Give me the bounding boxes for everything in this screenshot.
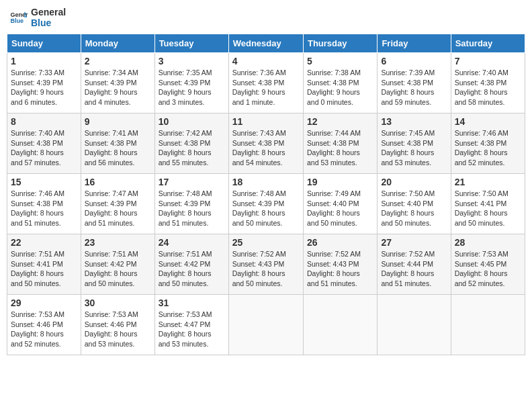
day-cell-7: 7Sunrise: 7:40 AM Sunset: 4:38 PM Daylig…: [451, 53, 525, 113]
day-cell-12: 12Sunrise: 7:44 AM Sunset: 4:38 PM Dayli…: [303, 113, 377, 174]
day-info: Sunrise: 7:53 AM Sunset: 4:47 PM Dayligh…: [159, 310, 225, 349]
day-number: 22: [11, 237, 77, 248]
week-row-2: 8Sunrise: 7:40 AM Sunset: 4:38 PM Daylig…: [7, 113, 525, 174]
day-number: 5: [307, 56, 373, 66]
weekday-header-friday: Friday: [378, 34, 451, 53]
day-info: Sunrise: 7:34 AM Sunset: 4:39 PM Dayligh…: [85, 68, 151, 107]
day-info: Sunrise: 7:53 AM Sunset: 4:46 PM Dayligh…: [85, 310, 151, 349]
day-cell-17: 17Sunrise: 7:48 AM Sunset: 4:39 PM Dayli…: [154, 174, 228, 234]
day-cell-25: 25Sunrise: 7:52 AM Sunset: 4:43 PM Dayli…: [228, 234, 303, 295]
day-info: Sunrise: 7:49 AM Sunset: 4:40 PM Dayligh…: [307, 189, 373, 228]
day-number: 16: [85, 177, 151, 187]
day-info: Sunrise: 7:50 AM Sunset: 4:40 PM Dayligh…: [381, 189, 447, 228]
day-number: 25: [232, 237, 300, 248]
day-info: Sunrise: 7:52 AM Sunset: 4:43 PM Dayligh…: [307, 249, 373, 289]
day-number: 21: [455, 177, 521, 187]
day-number: 14: [455, 116, 521, 127]
day-cell-21: 21Sunrise: 7:50 AM Sunset: 4:41 PM Dayli…: [451, 174, 525, 234]
day-cell-5: 5Sunrise: 7:38 AM Sunset: 4:38 PM Daylig…: [303, 53, 377, 113]
day-number: 29: [11, 298, 77, 308]
day-number: 10: [159, 116, 225, 127]
day-info: Sunrise: 7:50 AM Sunset: 4:41 PM Dayligh…: [455, 189, 521, 228]
empty-cell: [378, 295, 451, 355]
day-cell-22: 22Sunrise: 7:51 AM Sunset: 4:41 PM Dayli…: [7, 234, 81, 295]
day-number: 15: [11, 177, 77, 187]
day-info: Sunrise: 7:52 AM Sunset: 4:43 PM Dayligh…: [232, 249, 300, 289]
week-row-3: 15Sunrise: 7:46 AM Sunset: 4:38 PM Dayli…: [7, 174, 525, 234]
day-number: 11: [232, 116, 300, 127]
day-cell-20: 20Sunrise: 7:50 AM Sunset: 4:40 PM Dayli…: [378, 174, 451, 234]
day-cell-28: 28Sunrise: 7:53 AM Sunset: 4:45 PM Dayli…: [451, 234, 525, 295]
day-info: Sunrise: 7:43 AM Sunset: 4:38 PM Dayligh…: [232, 128, 300, 168]
day-number: 30: [85, 298, 151, 308]
day-info: Sunrise: 7:51 AM Sunset: 4:42 PM Dayligh…: [85, 249, 151, 289]
day-info: Sunrise: 7:40 AM Sunset: 4:38 PM Dayligh…: [455, 68, 521, 107]
day-number: 3: [159, 56, 225, 66]
day-info: Sunrise: 7:51 AM Sunset: 4:42 PM Dayligh…: [159, 249, 225, 289]
day-cell-2: 2Sunrise: 7:34 AM Sunset: 4:39 PM Daylig…: [81, 53, 154, 113]
day-cell-8: 8Sunrise: 7:40 AM Sunset: 4:38 PM Daylig…: [7, 113, 81, 174]
day-info: Sunrise: 7:53 AM Sunset: 4:45 PM Dayligh…: [455, 249, 521, 289]
day-info: Sunrise: 7:36 AM Sunset: 4:38 PM Dayligh…: [232, 68, 300, 107]
calendar-header-row: SundayMondayTuesdayWednesdayThursdayFrid…: [7, 34, 525, 53]
day-cell-4: 4Sunrise: 7:36 AM Sunset: 4:38 PM Daylig…: [228, 53, 303, 113]
day-number: 2: [85, 56, 151, 66]
day-info: Sunrise: 7:52 AM Sunset: 4:44 PM Dayligh…: [381, 249, 447, 289]
day-cell-15: 15Sunrise: 7:46 AM Sunset: 4:38 PM Dayli…: [7, 174, 81, 234]
weekday-header-thursday: Thursday: [303, 34, 377, 53]
day-cell-16: 16Sunrise: 7:47 AM Sunset: 4:39 PM Dayli…: [81, 174, 154, 234]
day-cell-10: 10Sunrise: 7:42 AM Sunset: 4:38 PM Dayli…: [154, 113, 228, 174]
logo: General Blue General Blue: [9, 7, 66, 28]
day-cell-19: 19Sunrise: 7:49 AM Sunset: 4:40 PM Dayli…: [303, 174, 377, 234]
day-cell-1: 1Sunrise: 7:33 AM Sunset: 4:39 PM Daylig…: [7, 53, 81, 113]
logo-icon: General Blue: [9, 8, 28, 27]
day-number: 23: [85, 237, 151, 248]
day-cell-14: 14Sunrise: 7:46 AM Sunset: 4:38 PM Dayli…: [451, 113, 525, 174]
day-number: 26: [307, 237, 373, 248]
day-info: Sunrise: 7:41 AM Sunset: 4:38 PM Dayligh…: [85, 128, 151, 168]
day-info: Sunrise: 7:51 AM Sunset: 4:41 PM Dayligh…: [11, 249, 77, 289]
weekday-header-sunday: Sunday: [7, 34, 81, 53]
day-cell-27: 27Sunrise: 7:52 AM Sunset: 4:44 PM Dayli…: [378, 234, 451, 295]
day-number: 8: [11, 116, 77, 127]
day-cell-3: 3Sunrise: 7:35 AM Sunset: 4:39 PM Daylig…: [154, 53, 228, 113]
day-number: 4: [232, 56, 300, 66]
day-number: 17: [159, 177, 225, 187]
day-info: Sunrise: 7:46 AM Sunset: 4:38 PM Dayligh…: [11, 189, 77, 228]
day-number: 7: [455, 56, 521, 66]
day-cell-13: 13Sunrise: 7:45 AM Sunset: 4:38 PM Dayli…: [378, 113, 451, 174]
header: General Blue General Blue: [7, 7, 525, 28]
day-number: 1: [11, 56, 77, 66]
weekday-header-monday: Monday: [81, 34, 154, 53]
weekday-header-tuesday: Tuesday: [154, 34, 228, 53]
day-cell-30: 30Sunrise: 7:53 AM Sunset: 4:46 PM Dayli…: [81, 295, 154, 355]
day-number: 13: [381, 116, 447, 127]
day-number: 31: [159, 298, 225, 308]
day-cell-24: 24Sunrise: 7:51 AM Sunset: 4:42 PM Dayli…: [154, 234, 228, 295]
day-info: Sunrise: 7:48 AM Sunset: 4:39 PM Dayligh…: [232, 189, 300, 228]
calendar: SundayMondayTuesdayWednesdayThursdayFrid…: [7, 34, 525, 355]
day-info: Sunrise: 7:39 AM Sunset: 4:38 PM Dayligh…: [381, 68, 447, 107]
day-number: 20: [381, 177, 447, 187]
day-cell-9: 9Sunrise: 7:41 AM Sunset: 4:38 PM Daylig…: [81, 113, 154, 174]
day-cell-11: 11Sunrise: 7:43 AM Sunset: 4:38 PM Dayli…: [228, 113, 303, 174]
day-info: Sunrise: 7:53 AM Sunset: 4:46 PM Dayligh…: [11, 310, 77, 349]
day-cell-18: 18Sunrise: 7:48 AM Sunset: 4:39 PM Dayli…: [228, 174, 303, 234]
day-cell-26: 26Sunrise: 7:52 AM Sunset: 4:43 PM Dayli…: [303, 234, 377, 295]
day-info: Sunrise: 7:46 AM Sunset: 4:38 PM Dayligh…: [455, 128, 521, 168]
svg-text:Blue: Blue: [10, 17, 24, 24]
day-cell-6: 6Sunrise: 7:39 AM Sunset: 4:38 PM Daylig…: [378, 53, 451, 113]
day-number: 24: [159, 237, 225, 248]
day-info: Sunrise: 7:35 AM Sunset: 4:39 PM Dayligh…: [159, 68, 225, 107]
day-info: Sunrise: 7:47 AM Sunset: 4:39 PM Dayligh…: [85, 189, 151, 228]
day-number: 27: [381, 237, 447, 248]
empty-cell: [451, 295, 525, 355]
day-info: Sunrise: 7:33 AM Sunset: 4:39 PM Dayligh…: [11, 68, 77, 107]
day-info: Sunrise: 7:40 AM Sunset: 4:38 PM Dayligh…: [11, 128, 77, 168]
week-row-4: 22Sunrise: 7:51 AM Sunset: 4:41 PM Dayli…: [7, 234, 525, 295]
day-number: 9: [85, 116, 151, 127]
day-number: 6: [381, 56, 447, 66]
logo-blue: Blue: [31, 17, 66, 28]
logo-general: General: [31, 7, 66, 17]
day-info: Sunrise: 7:45 AM Sunset: 4:38 PM Dayligh…: [381, 128, 447, 168]
